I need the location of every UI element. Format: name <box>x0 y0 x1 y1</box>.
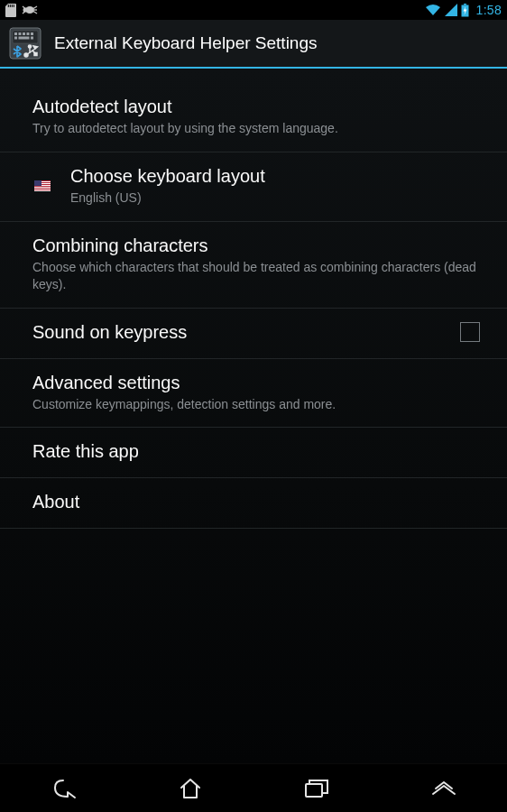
sound-checkbox[interactable] <box>460 322 480 342</box>
pref-title: Advanced settings <box>32 372 485 394</box>
svg-rect-20 <box>14 37 17 40</box>
svg-rect-19 <box>31 32 33 35</box>
pref-summary: Choose which characters that should be t… <box>32 259 485 293</box>
flag-us-icon <box>32 180 52 191</box>
pref-choose-layout[interactable]: Choose keyboard layout English (US) <box>0 152 507 222</box>
settings-list: Autodetect layout Try to autodetect layo… <box>0 69 507 763</box>
action-bar: External Keyboard Helper Settings <box>0 20 507 69</box>
svg-rect-28 <box>34 53 37 56</box>
pref-title: Autodetect layout <box>32 96 485 118</box>
nav-recent-button[interactable] <box>297 769 336 808</box>
pref-summary: English (US) <box>70 189 485 207</box>
wifi-icon <box>425 4 441 16</box>
nav-menu-button[interactable] <box>424 769 464 808</box>
pref-rate-app[interactable]: Rate this app <box>0 428 507 478</box>
navigation-bar <box>0 763 507 812</box>
pref-title: Combining characters <box>32 235 485 257</box>
svg-rect-17 <box>23 32 25 35</box>
pref-about[interactable]: About <box>0 478 507 529</box>
svg-line-8 <box>33 6 37 9</box>
nav-home-button[interactable] <box>171 769 210 808</box>
svg-line-9 <box>33 12 37 14</box>
svg-rect-11 <box>464 4 466 5</box>
sd-card-icon <box>5 4 16 17</box>
pref-title: About <box>32 491 485 513</box>
svg-rect-29 <box>306 784 322 797</box>
svg-rect-1 <box>10 5 11 7</box>
svg-rect-15 <box>14 32 17 35</box>
pref-title: Sound on keypress <box>32 321 447 344</box>
svg-rect-18 <box>27 32 30 35</box>
svg-rect-2 <box>12 5 13 7</box>
svg-rect-3 <box>14 5 14 7</box>
pref-advanced-settings[interactable]: Advanced settings Customize keymappings,… <box>0 359 507 429</box>
pref-title: Choose keyboard layout <box>70 165 485 188</box>
status-bar: 1:58 <box>0 0 507 20</box>
svg-rect-21 <box>19 37 30 40</box>
nav-back-button[interactable] <box>43 769 83 808</box>
debug-icon <box>22 5 38 15</box>
app-icon <box>9 27 41 60</box>
pref-summary: Try to autodetect layout by using the sy… <box>32 120 485 137</box>
svg-rect-0 <box>8 5 9 7</box>
pref-autodetect-layout[interactable]: Autodetect layout Try to autodetect layo… <box>0 78 507 152</box>
pref-combining-characters[interactable]: Combining characters Choose which charac… <box>0 222 507 309</box>
page-title: External Keyboard Helper Settings <box>54 33 318 53</box>
cell-signal-icon <box>445 4 457 16</box>
svg-point-26 <box>28 45 31 48</box>
pref-title: Rate this app <box>32 440 485 463</box>
svg-rect-16 <box>19 32 22 35</box>
status-clock: 1:58 <box>476 3 502 17</box>
battery-icon <box>461 4 469 17</box>
pref-sound-on-keypress[interactable]: Sound on keypress <box>0 309 507 359</box>
pref-summary: Customize keymappings, detection setting… <box>32 396 485 413</box>
svg-rect-22 <box>31 37 33 40</box>
